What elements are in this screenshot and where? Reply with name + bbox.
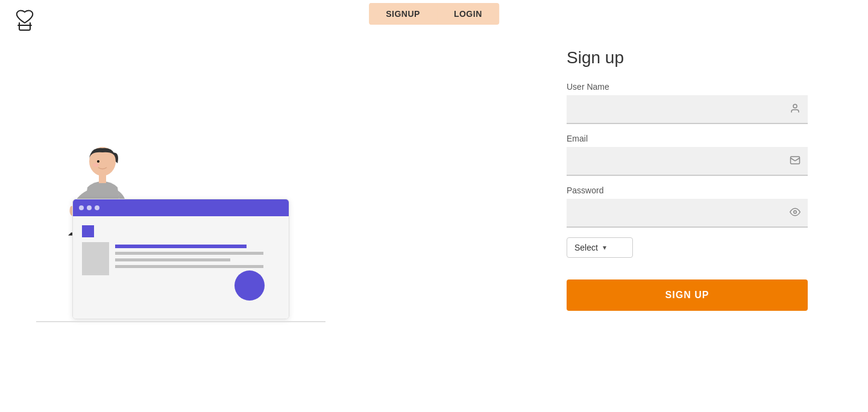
header: SIGNUP LOGIN — [0, 0, 868, 33]
signup-tab[interactable]: SIGNUP — [369, 3, 437, 25]
signup-button[interactable]: SIGN UP — [567, 279, 808, 311]
username-input-wrapper — [567, 95, 808, 124]
svg-point-14 — [794, 211, 797, 214]
browser-img — [82, 242, 109, 275]
eye-icon[interactable] — [790, 207, 800, 220]
browser-dot-2 — [87, 205, 92, 210]
browser-line-3 — [115, 258, 230, 261]
logo — [12, 6, 37, 34]
select-label: Select — [574, 243, 598, 252]
illustration — [36, 78, 326, 367]
browser-titlebar — [73, 199, 289, 216]
username-label: User Name — [567, 82, 808, 92]
chevron-down-icon: ▾ — [603, 243, 606, 252]
browser-lines — [115, 242, 280, 268]
browser-dot-3 — [95, 205, 99, 210]
browser-line-1 — [115, 245, 247, 248]
svg-point-2 — [93, 163, 99, 167]
svg-point-12 — [793, 104, 797, 108]
svg-rect-13 — [791, 157, 800, 164]
login-tab[interactable]: LOGIN — [437, 3, 499, 25]
email-input[interactable] — [567, 147, 808, 176]
ground-line — [36, 321, 326, 322]
browser-circle — [234, 270, 265, 301]
email-group: Email — [567, 134, 808, 176]
form-title: Sign up — [567, 48, 808, 67]
email-icon — [790, 155, 800, 168]
password-input-wrapper — [567, 199, 808, 228]
role-select[interactable]: Select ▾ — [567, 237, 633, 258]
select-group: Select ▾ — [567, 237, 808, 258]
browser-line-4 — [115, 265, 263, 268]
password-group: Password — [567, 186, 808, 228]
signup-form: Sign up User Name Email — [567, 48, 808, 311]
user-icon — [790, 103, 800, 116]
browser-content — [73, 216, 289, 319]
browser-dot-1 — [79, 205, 84, 210]
password-input[interactable] — [567, 199, 808, 228]
email-label: Email — [567, 134, 808, 143]
svg-rect-3 — [99, 175, 106, 183]
username-group: User Name — [567, 82, 808, 124]
browser-window — [72, 199, 289, 319]
password-label: Password — [567, 186, 808, 195]
svg-point-1 — [97, 160, 99, 163]
email-input-wrapper — [567, 147, 808, 176]
browser-line-2 — [115, 252, 263, 255]
username-input[interactable] — [567, 95, 808, 124]
illustration-area — [0, 33, 362, 412]
browser-accent — [82, 225, 94, 237]
nav-tabs: SIGNUP LOGIN — [369, 3, 499, 25]
